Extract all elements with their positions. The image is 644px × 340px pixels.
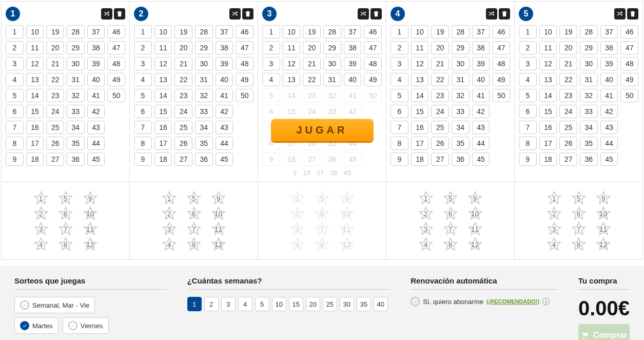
- star-cell[interactable]: 11: [335, 221, 359, 237]
- number-cell[interactable]: 33: [452, 105, 470, 118]
- number-cell[interactable]: 29: [67, 41, 85, 54]
- number-cell[interactable]: 46: [492, 25, 510, 39]
- number-cell[interactable]: 35: [452, 137, 470, 150]
- number-cell[interactable]: 49: [492, 73, 510, 86]
- number-cell[interactable]: 45: [87, 153, 105, 166]
- number-cell[interactable]: 45: [600, 153, 618, 166]
- number-cell[interactable]: 25: [46, 121, 64, 134]
- number-cell[interactable]: 12: [26, 57, 44, 70]
- number-cell[interactable]: 11: [154, 41, 172, 54]
- number-cell[interactable]: 35: [580, 137, 598, 150]
- number-cell[interactable]: 46: [236, 25, 253, 39]
- number-cell[interactable]: 34: [580, 121, 598, 134]
- number-cell[interactable]: 23: [46, 89, 64, 102]
- number-cell[interactable]: 9: [519, 153, 537, 166]
- star-cell[interactable]: 1: [29, 191, 53, 206]
- number-cell[interactable]: 1: [262, 25, 280, 39]
- number-cell[interactable]: 31: [67, 73, 85, 86]
- number-cell[interactable]: 2: [134, 41, 152, 54]
- star-cell[interactable]: 8: [182, 237, 206, 252]
- week-option[interactable]: 20: [306, 297, 320, 311]
- number-cell[interactable]: 38: [600, 41, 618, 54]
- number-cell[interactable]: 48: [492, 57, 510, 70]
- number-cell[interactable]: 47: [492, 41, 510, 54]
- star-cell[interactable]: 4: [414, 237, 438, 252]
- number-cell[interactable]: 18: [411, 153, 429, 166]
- number-cell[interactable]: 36: [67, 153, 85, 166]
- clear-button[interactable]: [370, 8, 382, 20]
- number-cell[interactable]: 13: [283, 73, 301, 86]
- number-cell[interactable]: 50: [620, 89, 638, 102]
- star-cell[interactable]: 7: [182, 221, 206, 237]
- number-cell[interactable]: 11: [26, 41, 44, 54]
- star-cell[interactable]: 8: [310, 237, 335, 252]
- clear-button[interactable]: [499, 8, 510, 20]
- number-cell[interactable]: 1: [391, 25, 408, 39]
- number-cell[interactable]: 50: [492, 89, 510, 102]
- number-cell[interactable]: 25: [559, 121, 577, 134]
- number-cell[interactable]: 2: [391, 41, 408, 54]
- number-cell[interactable]: 19: [303, 25, 321, 39]
- number-cell[interactable]: 46: [620, 25, 638, 39]
- star-cell[interactable]: 5: [182, 191, 206, 206]
- info-icon[interactable]: i: [542, 298, 550, 305]
- number-cell[interactable]: 16: [411, 121, 429, 134]
- number-cell[interactable]: 7: [134, 121, 152, 134]
- number-cell[interactable]: 17: [411, 137, 429, 150]
- number-cell[interactable]: 6: [134, 105, 152, 118]
- star-cell[interactable]: 12: [335, 237, 359, 252]
- clear-button[interactable]: [114, 8, 125, 20]
- number-cell[interactable]: 31: [452, 73, 470, 86]
- number-cell[interactable]: 31: [195, 73, 213, 86]
- number-cell[interactable]: 4: [134, 73, 152, 86]
- star-cell[interactable]: 4: [157, 237, 182, 252]
- number-cell[interactable]: 42: [600, 105, 618, 118]
- star-cell[interactable]: 6: [310, 206, 335, 221]
- number-cell[interactable]: 30: [323, 57, 341, 70]
- number-cell[interactable]: 32: [580, 89, 598, 102]
- number-cell[interactable]: 24: [46, 105, 64, 118]
- star-cell[interactable]: 9: [591, 191, 616, 206]
- number-cell[interactable]: 32: [195, 89, 213, 102]
- star-cell[interactable]: 1: [414, 191, 438, 206]
- number-cell[interactable]: 8: [519, 137, 537, 150]
- number-cell[interactable]: 24: [431, 105, 449, 118]
- number-cell[interactable]: 3: [391, 57, 408, 70]
- number-cell[interactable]: 18: [154, 153, 172, 166]
- star-cell[interactable]: 9: [206, 191, 231, 206]
- number-cell[interactable]: 37: [344, 25, 362, 39]
- number-cell[interactable]: 20: [174, 41, 192, 54]
- number-cell[interactable]: 7: [6, 121, 24, 134]
- number-cell[interactable]: 47: [107, 41, 125, 54]
- number-cell[interactable]: 42: [472, 105, 490, 118]
- number-cell[interactable]: 17: [539, 137, 557, 150]
- star-cell[interactable]: 10: [463, 206, 487, 221]
- number-cell[interactable]: 23: [174, 89, 192, 102]
- week-option[interactable]: 30: [340, 297, 354, 311]
- number-cell[interactable]: 20: [559, 41, 577, 54]
- number-cell[interactable]: 26: [559, 137, 577, 150]
- number-cell[interactable]: 43: [87, 121, 105, 134]
- number-cell[interactable]: 15: [154, 105, 172, 118]
- number-cell[interactable]: 19: [174, 25, 192, 39]
- number-cell[interactable]: 4: [6, 73, 24, 86]
- number-cell[interactable]: 2: [262, 41, 280, 54]
- number-cell[interactable]: 38: [87, 41, 105, 54]
- star-cell[interactable]: 6: [567, 206, 591, 221]
- number-cell[interactable]: 10: [539, 25, 557, 39]
- number-cell[interactable]: 27: [46, 153, 64, 166]
- number-cell[interactable]: 22: [559, 73, 577, 86]
- number-cell[interactable]: 22: [46, 73, 64, 86]
- number-cell[interactable]: 43: [472, 121, 490, 134]
- number-cell[interactable]: 2: [519, 41, 537, 54]
- opt-martes[interactable]: Martes: [14, 317, 58, 334]
- star-cell[interactable]: 10: [591, 206, 616, 221]
- star-cell[interactable]: 9: [78, 191, 103, 206]
- number-cell[interactable]: 24: [559, 105, 577, 118]
- number-cell[interactable]: 28: [195, 25, 213, 39]
- number-cell[interactable]: 27: [174, 153, 192, 166]
- number-cell[interactable]: 47: [620, 41, 638, 54]
- number-cell[interactable]: 34: [67, 121, 85, 134]
- number-cell[interactable]: 5: [262, 89, 280, 102]
- number-cell[interactable]: 12: [539, 57, 557, 70]
